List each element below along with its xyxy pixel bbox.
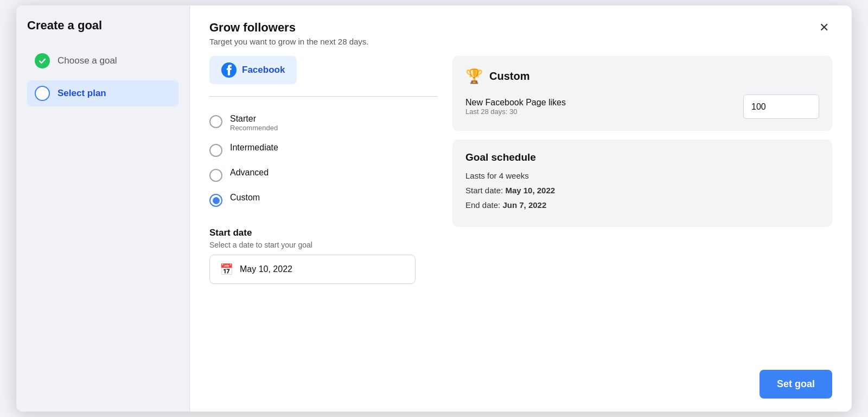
radio-advanced[interactable]: Advanced [209, 162, 437, 187]
custom-card: 🏆 Custom New Facebook Page likes Last 28… [452, 56, 832, 131]
start-date-section: Start date Select a date to start your g… [209, 228, 437, 284]
right-panel: 🏆 Custom New Facebook Page likes Last 28… [452, 56, 832, 396]
radio-text-intermediate: Intermediate [230, 143, 278, 153]
modal-dialog: Create a goal Choose a goal Select plan … [16, 5, 852, 412]
main-subtitle: Target you want to grow in the next 28 d… [209, 37, 369, 46]
schedule-duration: Lasts for 4 weeks [465, 171, 819, 180]
radio-custom[interactable]: Custom [209, 187, 437, 212]
main-header: Grow followers Target you want to grow i… [209, 21, 832, 46]
radio-label-advanced: Advanced [230, 168, 269, 178]
radio-starter[interactable]: Starter Recommended [209, 109, 437, 137]
circle-icon [35, 86, 50, 101]
step-choose-goal-label: Choose a goal [58, 55, 117, 66]
radio-text-advanced: Advanced [230, 168, 269, 178]
radio-sublabel-starter: Recommended [230, 124, 278, 132]
end-value: Jun 7, 2022 [502, 200, 546, 210]
sidebar-item-choose-goal[interactable]: Choose a goal [27, 48, 178, 74]
main-content: Grow followers Target you want to grow i… [190, 5, 852, 412]
facebook-logo-icon [221, 62, 237, 78]
date-input[interactable]: 📅 May 10, 2022 [209, 255, 416, 284]
facebook-button[interactable]: Facebook [209, 56, 297, 84]
start-value: May 10, 2022 [505, 186, 555, 195]
start-label: Start date: [465, 186, 503, 195]
radio-text-custom: Custom [230, 193, 260, 203]
schedule-start: Start date: May 10, 2022 [465, 186, 819, 195]
radio-intermediate[interactable]: Intermediate [209, 137, 437, 162]
end-label: End date: [465, 200, 500, 210]
custom-card-title: Custom [489, 70, 529, 83]
set-goal-button[interactable]: Set goal [760, 370, 832, 399]
radio-text-starter: Starter Recommended [230, 114, 278, 132]
left-panel: Facebook Starter Recommended [209, 56, 437, 396]
content-area: Facebook Starter Recommended [209, 56, 832, 396]
start-date-title: Start date [209, 228, 437, 238]
divider [209, 96, 437, 97]
metric-sub: Last 28 days: 30 [465, 108, 566, 116]
custom-card-header: 🏆 Custom [465, 68, 819, 85]
metric-row: New Facebook Page likes Last 28 days: 30… [465, 94, 819, 119]
schedule-card: Goal schedule Lasts for 4 weeks Start da… [452, 140, 832, 227]
number-input[interactable] [744, 97, 819, 117]
sidebar-item-select-plan[interactable]: Select plan [27, 80, 178, 106]
trophy-icon: 🏆 [465, 68, 483, 85]
radio-outer-intermediate [209, 144, 222, 157]
radio-inner-custom [213, 197, 220, 204]
radio-label-starter: Starter [230, 114, 278, 124]
calendar-icon: 📅 [220, 263, 233, 276]
number-input-wrapper: ▲ ▼ [743, 94, 819, 119]
header-text: Grow followers Target you want to grow i… [209, 21, 369, 46]
facebook-button-label: Facebook [242, 65, 285, 75]
radio-outer-advanced [209, 169, 222, 182]
metric-info: New Facebook Page likes Last 28 days: 30 [465, 98, 566, 116]
schedule-title: Goal schedule [465, 151, 819, 163]
date-value: May 10, 2022 [240, 264, 292, 274]
radio-label-custom: Custom [230, 193, 260, 203]
sidebar-title: Create a goal [27, 18, 178, 33]
radio-label-intermediate: Intermediate [230, 143, 278, 153]
step-select-plan-label: Select plan [58, 88, 106, 99]
radio-outer-starter [209, 115, 222, 128]
plan-radio-group: Starter Recommended Intermediate [209, 109, 437, 212]
start-date-subtitle: Select a date to start your goal [209, 241, 437, 249]
close-button[interactable]: ✕ [816, 21, 832, 35]
metric-label: New Facebook Page likes [465, 98, 566, 108]
main-title: Grow followers [209, 21, 369, 35]
check-icon [35, 53, 50, 68]
schedule-end: End date: Jun 7, 2022 [465, 200, 819, 210]
radio-outer-custom [209, 194, 222, 207]
sidebar: Create a goal Choose a goal Select plan [16, 5, 190, 412]
